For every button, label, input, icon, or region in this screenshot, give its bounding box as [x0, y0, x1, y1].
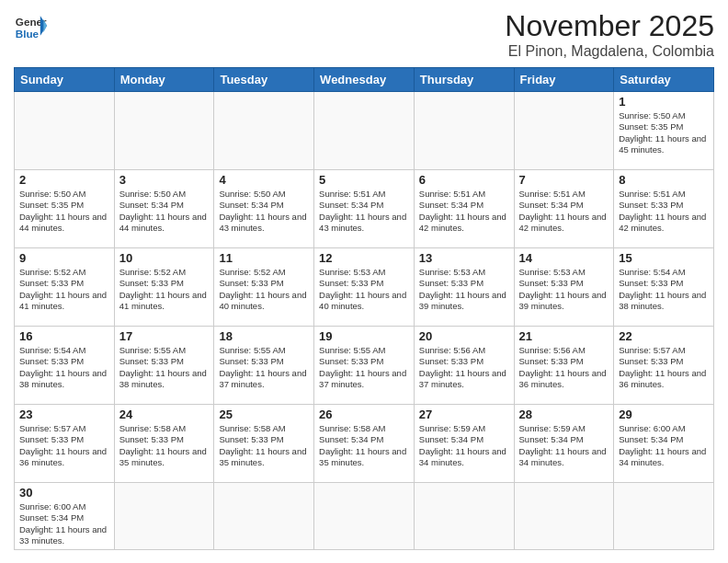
day-info: Sunrise: 6:00 AMSunset: 5:34 PMDaylight:… — [19, 501, 109, 546]
day-info: Sunrise: 5:50 AMSunset: 5:34 PMDaylight:… — [219, 189, 309, 234]
day-number: 16 — [19, 329, 109, 343]
calendar-row: 1Sunrise: 5:50 AMSunset: 5:35 PMDaylight… — [15, 92, 714, 170]
day-info: Sunrise: 5:58 AMSunset: 5:33 PMDaylight:… — [219, 423, 309, 468]
day-info: Sunrise: 5:57 AMSunset: 5:33 PMDaylight:… — [19, 423, 109, 468]
header: General Blue November 2025 El Pinon, Mag… — [14, 9, 714, 60]
day-number: 18 — [219, 329, 309, 343]
day-number: 20 — [419, 329, 509, 343]
day-info: Sunrise: 5:52 AMSunset: 5:33 PMDaylight:… — [119, 267, 210, 312]
calendar-cell — [314, 483, 415, 550]
page: General Blue November 2025 El Pinon, Mag… — [0, 0, 728, 559]
day-number: 9 — [19, 251, 109, 265]
day-number: 8 — [619, 173, 709, 187]
calendar-body: 1Sunrise: 5:50 AMSunset: 5:35 PMDaylight… — [15, 92, 714, 550]
calendar-cell — [414, 92, 514, 170]
calendar-cell — [514, 92, 614, 170]
calendar-cell: 22Sunrise: 5:57 AMSunset: 5:33 PMDayligh… — [614, 327, 714, 405]
day-number: 15 — [619, 251, 709, 265]
calendar-row: 16Sunrise: 5:54 AMSunset: 5:33 PMDayligh… — [15, 327, 714, 405]
calendar-cell: 2Sunrise: 5:50 AMSunset: 5:35 PMDaylight… — [15, 170, 115, 248]
day-number: 29 — [619, 408, 709, 421]
day-number: 6 — [419, 173, 509, 187]
day-info: Sunrise: 5:56 AMSunset: 5:33 PMDaylight:… — [519, 345, 609, 390]
header-tuesday: Tuesday — [214, 68, 314, 92]
calendar-cell: 27Sunrise: 5:59 AMSunset: 5:34 PMDayligh… — [414, 405, 514, 483]
day-number: 30 — [19, 486, 109, 500]
day-number: 3 — [119, 173, 210, 187]
calendar-cell: 12Sunrise: 5:53 AMSunset: 5:33 PMDayligh… — [314, 248, 415, 327]
day-info: Sunrise: 5:53 AMSunset: 5:33 PMDaylight:… — [419, 267, 509, 312]
day-info: Sunrise: 5:51 AMSunset: 5:34 PMDaylight:… — [419, 189, 509, 234]
day-number: 5 — [319, 173, 409, 187]
day-info: Sunrise: 6:00 AMSunset: 5:34 PMDaylight:… — [619, 423, 709, 468]
day-info: Sunrise: 5:59 AMSunset: 5:34 PMDaylight:… — [519, 423, 609, 468]
day-number: 14 — [519, 251, 609, 265]
day-number: 26 — [319, 408, 409, 421]
day-number: 17 — [119, 329, 210, 343]
main-title: November 2025 — [505, 9, 714, 43]
calendar-table: Sunday Monday Tuesday Wednesday Thursday… — [14, 67, 714, 550]
day-number: 25 — [219, 408, 309, 421]
calendar-cell: 15Sunrise: 5:54 AMSunset: 5:33 PMDayligh… — [614, 248, 714, 327]
calendar-cell: 8Sunrise: 5:51 AMSunset: 5:33 PMDaylight… — [614, 170, 714, 248]
day-number: 12 — [319, 251, 409, 265]
svg-text:Blue: Blue — [16, 28, 40, 40]
calendar-cell — [514, 483, 614, 550]
calendar-cell: 16Sunrise: 5:54 AMSunset: 5:33 PMDayligh… — [15, 327, 115, 405]
calendar-cell: 10Sunrise: 5:52 AMSunset: 5:33 PMDayligh… — [114, 248, 214, 327]
calendar-row: 2Sunrise: 5:50 AMSunset: 5:35 PMDaylight… — [15, 170, 714, 248]
day-info: Sunrise: 5:50 AMSunset: 5:35 PMDaylight:… — [19, 189, 109, 234]
calendar-cell: 7Sunrise: 5:51 AMSunset: 5:34 PMDaylight… — [514, 170, 614, 248]
calendar-cell: 14Sunrise: 5:53 AMSunset: 5:33 PMDayligh… — [514, 248, 614, 327]
calendar-row: 30Sunrise: 6:00 AMSunset: 5:34 PMDayligh… — [15, 483, 714, 550]
calendar-cell: 19Sunrise: 5:55 AMSunset: 5:33 PMDayligh… — [314, 327, 415, 405]
day-info: Sunrise: 5:52 AMSunset: 5:33 PMDaylight:… — [219, 267, 309, 312]
subtitle: El Pinon, Magdalena, Colombia — [505, 43, 714, 60]
calendar-cell: 3Sunrise: 5:50 AMSunset: 5:34 PMDaylight… — [114, 170, 214, 248]
day-info: Sunrise: 5:52 AMSunset: 5:33 PMDaylight:… — [19, 267, 109, 312]
day-number: 19 — [319, 329, 409, 343]
calendar-cell: 1Sunrise: 5:50 AMSunset: 5:35 PMDaylight… — [614, 92, 714, 170]
calendar-row: 23Sunrise: 5:57 AMSunset: 5:33 PMDayligh… — [15, 405, 714, 483]
calendar-cell: 26Sunrise: 5:58 AMSunset: 5:34 PMDayligh… — [314, 405, 415, 483]
calendar-cell — [214, 483, 314, 550]
day-number: 27 — [419, 408, 509, 421]
day-number: 1 — [619, 95, 709, 109]
calendar-cell: 24Sunrise: 5:58 AMSunset: 5:33 PMDayligh… — [114, 405, 214, 483]
header-friday: Friday — [514, 68, 614, 92]
day-info: Sunrise: 5:50 AMSunset: 5:34 PMDaylight:… — [119, 189, 210, 234]
day-info: Sunrise: 5:57 AMSunset: 5:33 PMDaylight:… — [619, 345, 709, 390]
calendar-cell: 4Sunrise: 5:50 AMSunset: 5:34 PMDaylight… — [214, 170, 314, 248]
header-sunday: Sunday — [15, 68, 115, 92]
calendar-cell — [114, 92, 214, 170]
calendar-cell: 30Sunrise: 6:00 AMSunset: 5:34 PMDayligh… — [15, 483, 115, 550]
calendar-cell: 29Sunrise: 6:00 AMSunset: 5:34 PMDayligh… — [614, 405, 714, 483]
calendar-cell: 5Sunrise: 5:51 AMSunset: 5:34 PMDaylight… — [314, 170, 415, 248]
calendar-cell — [414, 483, 514, 550]
calendar-cell — [114, 483, 214, 550]
weekday-header-row: Sunday Monday Tuesday Wednesday Thursday… — [15, 68, 714, 92]
calendar-cell: 18Sunrise: 5:55 AMSunset: 5:33 PMDayligh… — [214, 327, 314, 405]
calendar-cell: 11Sunrise: 5:52 AMSunset: 5:33 PMDayligh… — [214, 248, 314, 327]
day-number: 21 — [519, 329, 609, 343]
calendar-row: 9Sunrise: 5:52 AMSunset: 5:33 PMDaylight… — [15, 248, 714, 327]
day-number: 2 — [19, 173, 109, 187]
title-block: November 2025 El Pinon, Magdalena, Colom… — [505, 9, 714, 60]
day-info: Sunrise: 5:53 AMSunset: 5:33 PMDaylight:… — [319, 267, 409, 312]
day-info: Sunrise: 5:53 AMSunset: 5:33 PMDaylight:… — [519, 267, 609, 312]
calendar-cell: 20Sunrise: 5:56 AMSunset: 5:33 PMDayligh… — [414, 327, 514, 405]
day-number: 23 — [19, 408, 109, 421]
header-saturday: Saturday — [614, 68, 714, 92]
logo-icon: General Blue — [14, 9, 47, 42]
logo: General Blue — [14, 9, 47, 42]
day-info: Sunrise: 5:55 AMSunset: 5:33 PMDaylight:… — [319, 345, 409, 390]
day-number: 24 — [119, 408, 210, 421]
day-info: Sunrise: 5:55 AMSunset: 5:33 PMDaylight:… — [219, 345, 309, 390]
calendar-cell — [314, 92, 415, 170]
calendar-cell — [15, 92, 115, 170]
day-info: Sunrise: 5:51 AMSunset: 5:33 PMDaylight:… — [619, 189, 709, 234]
calendar-cell: 25Sunrise: 5:58 AMSunset: 5:33 PMDayligh… — [214, 405, 314, 483]
day-info: Sunrise: 5:54 AMSunset: 5:33 PMDaylight:… — [19, 345, 109, 390]
header-monday: Monday — [114, 68, 214, 92]
day-info: Sunrise: 5:55 AMSunset: 5:33 PMDaylight:… — [119, 345, 210, 390]
